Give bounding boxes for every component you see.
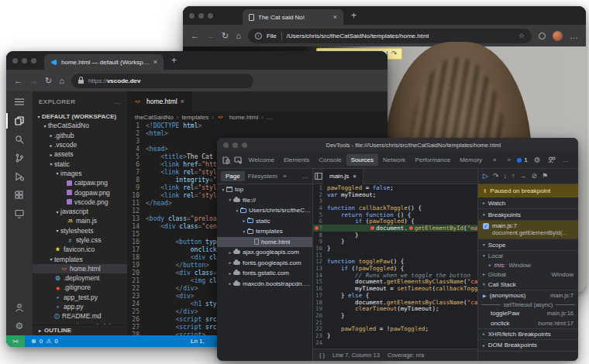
scope-global[interactable]: ▸ Global Window [478,270,578,279]
close-tab-icon[interactable]: × [153,58,157,66]
tree-item-images[interactable]: ▾images [33,169,127,178]
new-tab-button[interactable]: + [171,55,177,66]
settings-icon[interactable]: ⚙ [6,317,33,335]
navigator-item-fonts-gstatic-com[interactable]: ▸fonts.gstatic.com [217,268,312,279]
line-number[interactable]: 14 [127,223,146,231]
call-stack-frame-togglepaw[interactable]: togglePawmain.js:16 [478,309,578,319]
line-number[interactable]: 18 [127,254,146,262]
line-number[interactable]: 2 [313,191,327,198]
favorite-star-icon[interactable]: ☆ [518,33,525,39]
tree-item-vscode-png[interactable]: vscode.png [33,197,127,207]
device-toolbar-icon[interactable] [222,155,231,165]
line-number[interactable]: 20 [313,312,327,319]
browser-essentials-icon[interactable] [539,33,546,39]
tree-item-favicon-ico[interactable]: ★favicon.ico [33,245,127,254]
line-number[interactable]: 19 [127,262,146,270]
new-tab-button[interactable]: + [351,10,356,21]
line-number[interactable]: 7 [127,169,146,177]
navigator-item-users-chris-src-thecatsaidn[interactable]: ▾Users/chris/src/theCatSaidN [217,205,312,216]
line-number[interactable]: 21 [127,277,146,285]
line-number[interactable]: 2 [127,130,146,138]
pretty-print-icon[interactable]: { } [319,352,325,359]
xhr-breakpoints-section[interactable]: ▸XHR/fetch Breakpoints [478,328,578,340]
line-number[interactable]: 4 [313,204,327,211]
back-icon[interactable]: ← [191,32,199,40]
add-panel-icon[interactable]: + [503,154,516,166]
step-over-icon[interactable]: ↷ [493,173,499,180]
zoom-window-button[interactable] [31,58,36,64]
source-code-editor[interactable]: 1pawToggled = false;2var myTimeout;34fun… [313,184,477,349]
navigator-item-ajax-googleapis-com[interactable]: ▸ajax.googleapis.com [217,247,312,258]
line-number[interactable]: 15 [127,231,146,239]
line-number[interactable]: 6 [127,161,146,169]
refresh-icon[interactable]: ↻ [222,32,229,40]
deactivate-breakpoints-icon[interactable]: ⊘ [531,173,537,180]
back-icon[interactable]: ← [14,77,22,85]
line-number[interactable]: 10 [127,192,146,200]
dom-breakpoints-section[interactable]: ▸DOM Breakpoints [478,340,578,352]
inspect-element-icon[interactable] [232,155,242,165]
scope-this[interactable]: ▸ this: Window [478,260,578,270]
devtools-tab-welcome[interactable]: Welcome [244,154,279,166]
navigator-item-file-[interactable]: ▾file:// [217,195,312,206]
line-number[interactable]: 16 [127,239,146,246]
line-number[interactable]: 16 [313,285,327,292]
line-number[interactable]: 1 [127,122,146,130]
browser-menu-icon[interactable]: … [570,32,578,40]
tree-item-app-py[interactable]: ●app.py [33,302,127,311]
scope-local[interactable]: ▾Local [478,251,578,260]
devtools-tab-network[interactable]: Network [378,154,410,166]
outline-section[interactable]: ▸ OUTLINE [33,325,127,335]
navigator-tab-filesystem[interactable]: Filesystem [248,173,277,180]
browser-tab[interactable]: The Cat said No! × [243,9,343,25]
breadcrumb-item[interactable]: templates [181,114,208,121]
tree-item-style-css[interactable]: #style.css [33,235,127,245]
line-number[interactable]: 25 [127,308,146,316]
navigator-item-templates[interactable]: ▾templates [217,226,312,237]
breadcrumb-item[interactable]: theCatSaidNo [135,114,174,121]
page-info-icon[interactable]: i [255,33,262,39]
navigator-item-static[interactable]: ▸static [217,216,312,227]
toggle-navigator-icon[interactable] [313,171,323,181]
tree-item--gitignore[interactable]: ◆.gitignore [33,283,127,292]
source-control-icon[interactable] [6,149,33,167]
line-number[interactable]: 17 [127,246,146,254]
files-icon[interactable] [6,112,33,130]
devtools-tab-elements[interactable]: Elements [279,154,314,166]
resume-icon[interactable]: ▷ [483,173,488,180]
close-tab-icon[interactable]: × [333,13,337,21]
explorer-more-icon[interactable]: … [115,98,122,105]
line-number[interactable]: 3 [313,197,327,204]
step-out-icon[interactable]: ↑ [512,173,515,180]
scope-section[interactable]: ▾Scope [478,239,578,251]
line-number[interactable]: 10 [313,245,327,252]
forward-icon[interactable]: → [206,32,215,40]
issues-counter[interactable]: 1 [517,156,527,163]
navigator-tab-page[interactable]: Page [221,171,245,181]
editor-tab-main-js[interactable]: main.js × [323,169,363,184]
menu-hamburger-icon[interactable] [6,91,33,112]
line-number[interactable]: 17 [313,292,327,299]
close-tab-icon[interactable]: × [353,173,356,180]
address-url[interactable]: /Users/chris/src/theCatSaidNo/templates/… [287,33,514,39]
line-number[interactable]: 5 [313,211,327,218]
forward-icon[interactable]: → [29,77,38,85]
line-number[interactable]: 20 [127,270,146,277]
address-host[interactable]: vscode.dev [107,77,141,84]
devtools-tab-memory[interactable]: Memory [455,154,487,166]
problems-indicator[interactable]: ⊗ 0 ⚠ 0 [31,338,58,345]
breadcrumb-item[interactable]: … [267,114,273,121]
step-over-icon[interactable]: ↷ [391,50,398,57]
line-number[interactable]: 24 [313,339,327,346]
zoom-window-button[interactable] [242,143,247,148]
tree-item-assets[interactable]: ▸assets [33,149,127,159]
call-stack-frame--anonymous-[interactable]: ▶(anonymous)main.js:7 [478,290,578,300]
close-window-button[interactable] [12,58,18,64]
line-number[interactable]: 24 [127,300,146,308]
breakpoints-section[interactable]: ▾Breakpoints [478,209,578,221]
navigator-item-fonts-googleapis-com[interactable]: ▸fonts.googleapis.com [217,258,312,269]
navigator-menu-icon[interactable]: … [302,173,308,180]
remote-explorer-icon[interactable] [6,204,33,223]
line-number[interactable]: 12 [313,258,327,265]
home-icon[interactable]: ⌂ [59,77,64,85]
